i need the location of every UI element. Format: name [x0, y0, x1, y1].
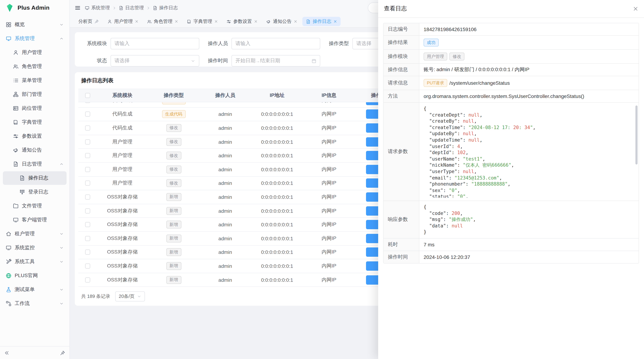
breadcrumb-item[interactable]: 系统管理 [85, 5, 110, 11]
user-icon [107, 19, 112, 24]
sidebar-item-menu[interactable]: 菜单管理 [3, 74, 66, 87]
detail-value: 2024-10-06 12:20:37 [424, 254, 470, 260]
drawer-detail-row: 请求信息PUT请求/system/user/changeStatus [384, 76, 639, 90]
sidebar-item-config[interactable]: 参数设置 [3, 129, 66, 143]
sidebar-item-dept[interactable]: 部门管理 [3, 88, 66, 101]
tab-dict[interactable]: 字典管理 [183, 17, 222, 26]
sidebar-item-loginlog[interactable]: 登录日志 [3, 185, 66, 199]
row-checkbox[interactable] [78, 208, 97, 213]
users-icon [147, 19, 152, 24]
close-icon[interactable] [174, 20, 178, 23]
sidebar: Plus Admin 概览系统管理用户管理角色管理菜单管理部门管理岗位管理字典管… [0, 0, 70, 359]
sidebar-item-dict[interactable]: 字典管理 [3, 115, 66, 129]
placeholder-text: 请输入 [236, 40, 250, 47]
tab-analysis[interactable]: 分析页 [75, 17, 102, 26]
detail-label: 请求信息 [384, 76, 419, 90]
filter-label: 操作类型 [327, 40, 349, 47]
sidebar-item-user[interactable]: 用户管理 [3, 46, 66, 59]
operation-type-tag: 新增 [166, 221, 181, 229]
detail-label: 操作结果 [384, 36, 419, 49]
cell-ip-info: 内网IP [304, 249, 354, 256]
sidebar-item-post[interactable]: 岗位管理 [3, 101, 66, 115]
close-icon[interactable] [254, 20, 258, 23]
sidebar-item-overview[interactable]: 概览 [3, 18, 66, 31]
tab-label: 操作日志 [313, 18, 331, 25]
filter-input[interactable]: 请输入 [110, 38, 199, 49]
sidebar-item-log[interactable]: 日志管理 [3, 157, 66, 171]
home-icon [6, 231, 12, 237]
flask-icon [6, 287, 12, 293]
sidebar-item-system[interactable]: 系统管理 [3, 32, 66, 45]
tab-config[interactable]: 参数设置 [223, 17, 261, 26]
cell-module: OSS对象存储 [97, 277, 148, 283]
sidebar-item-tools[interactable]: 系统工具 [3, 255, 66, 269]
breadcrumb-item[interactable]: 操作日志 [153, 5, 178, 11]
cell-operation-type: 新增 [148, 276, 200, 284]
row-checkbox[interactable] [78, 125, 97, 130]
row-checkbox[interactable] [78, 153, 97, 158]
json-code: { "code": 200, "msg": "操作成功", "data": nu… [424, 204, 633, 235]
sidebar-item-client[interactable]: 客户端管理 [3, 213, 66, 227]
scrollbar-thumb[interactable] [636, 105, 638, 164]
cell-ip: 0:0:0:0:0:0:0:1 [251, 208, 304, 214]
row-checkbox[interactable] [78, 264, 97, 269]
row-checkbox[interactable] [78, 277, 97, 282]
sidebar-item-monitor[interactable]: 系统监控 [3, 241, 66, 255]
tab-operlog[interactable]: 操作日志 [302, 17, 340, 26]
chevron-down-icon [60, 302, 64, 306]
detail-label: 日志编号 [384, 23, 419, 35]
tab-label: 通知公告 [273, 18, 292, 25]
row-checkbox[interactable] [78, 112, 97, 117]
row-checkbox[interactable] [78, 181, 97, 186]
close-icon[interactable] [334, 20, 337, 23]
row-checkbox[interactable] [78, 102, 97, 103]
sidebar-item-tenant[interactable]: 租户管理 [3, 227, 66, 241]
filter-label: 状态 [85, 57, 107, 64]
cell-module: 代码生成 [97, 125, 148, 131]
row-checkbox[interactable] [78, 195, 97, 200]
close-icon[interactable] [633, 6, 638, 11]
tab-role[interactable]: 角色管理 [144, 17, 182, 26]
sidebar-item-plus-site[interactable]: PLUS官网 [3, 269, 66, 283]
row-checkbox[interactable] [78, 222, 97, 227]
tab-user[interactable]: 用户管理 [104, 17, 142, 26]
close-icon[interactable] [214, 20, 218, 23]
badge-icon [13, 105, 18, 111]
cell-operation-type: 修改 [148, 124, 200, 132]
doc-icon [153, 5, 158, 10]
chevron-down-icon [191, 58, 195, 63]
cell-operator: admin [200, 208, 251, 214]
pin-sidebar-icon[interactable] [60, 350, 65, 355]
sidebar-item-operlog[interactable]: 操作日志 [3, 171, 66, 185]
cell-ip-info: 内网IP [304, 194, 354, 200]
row-checkbox[interactable] [78, 139, 97, 144]
filter-label: 系统模块 [85, 40, 107, 47]
row-checkbox[interactable] [78, 167, 97, 172]
close-icon[interactable] [135, 20, 138, 23]
hamburger-menu-icon[interactable] [75, 5, 80, 11]
cell-ip: 0:0:0:0:0:0:0:1 [251, 139, 304, 145]
close-icon[interactable] [294, 20, 297, 23]
sidebar-item-file[interactable]: 文件管理 [3, 199, 66, 213]
sidebar-item-workflow[interactable]: 工作流 [3, 297, 66, 310]
cell-operation-type: 修改 [148, 152, 200, 159]
breadcrumb-item[interactable]: 日志管理 [119, 5, 144, 11]
page-size-select[interactable]: 20条/页 [115, 292, 145, 302]
collapse-sidebar-button[interactable] [4, 350, 9, 355]
cell-ip-info: 内网IP [304, 208, 354, 214]
sidebar-item-notice[interactable]: 通知公告 [3, 143, 66, 157]
tab-notice[interactable]: 通知公告 [262, 17, 301, 26]
cell-ip: 0:0:0:0:0:0:0:1 [251, 153, 304, 158]
select-all-checkbox[interactable] [78, 93, 97, 98]
row-checkbox[interactable] [78, 236, 97, 241]
sidebar-item-test[interactable]: 测试菜单 [3, 283, 66, 297]
sidebar-item-role[interactable]: 角色管理 [3, 60, 66, 73]
tab-label: 用户管理 [114, 18, 133, 25]
app-logo[interactable]: Plus Admin [0, 0, 70, 16]
filter-daterange[interactable]: 开始日期→结束日期 [232, 55, 320, 66]
row-checkbox[interactable] [78, 250, 97, 255]
filter-input[interactable]: 请输入 [232, 38, 320, 49]
cell-module: 用户管理 [97, 180, 148, 186]
filter-select[interactable]: 请选择 [110, 55, 199, 66]
cell-module: 代码生成 [97, 111, 148, 117]
